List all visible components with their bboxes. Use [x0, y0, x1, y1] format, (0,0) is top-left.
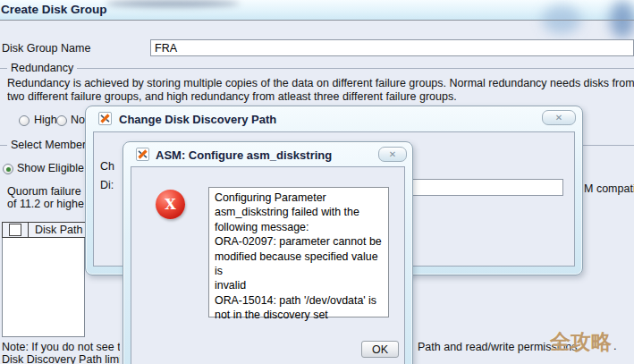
disk-group-name-label: Disk Group Name [2, 42, 90, 55]
radio-normal-label: No [71, 114, 85, 126]
window-title: Create Disk Group [1, 3, 107, 16]
note-period: . [613, 340, 617, 352]
select-all-header-cell[interactable] [2, 222, 29, 238]
radio-show-eligible-label: Show Eligible [17, 162, 84, 174]
redundancy-group: Redundancy [0, 68, 634, 69]
select-all-checkbox[interactable] [9, 224, 21, 236]
disk-group-name-input[interactable] [150, 39, 634, 56]
radio-high[interactable] [19, 115, 30, 126]
radio-show-eligible[interactable] [3, 164, 13, 174]
watermark: 全攻略 . [550, 332, 617, 352]
note-line2: Disk Discovery Path limi [2, 353, 120, 364]
dialog-title: Change Disk Discovery Path [119, 113, 276, 126]
dialog-content-panel: X Configuring Parameter asm_diskstring f… [131, 166, 405, 364]
select-member-legend: Select Member [7, 139, 89, 151]
disk-discovery-path-label-fragment: Di: [100, 179, 114, 191]
quorum-text-line1: Quorum failure [7, 185, 84, 198]
note-line1-left: Note: If you do not see t [2, 341, 120, 353]
disk-table-body[interactable] [2, 238, 85, 337]
title-separator [0, 20, 634, 21]
radio-high-label: High [34, 114, 57, 126]
discovery-label-fragment1: Ch [100, 160, 114, 173]
oracle-app-icon [136, 148, 149, 161]
redundancy-legend: Redundancy [7, 62, 77, 74]
dialog-title: ASM: Configure asm_diskstring [156, 148, 332, 162]
asm-configure-diskstring-dialog: ASM: Configure asm_diskstring ✕ X Config… [123, 141, 413, 364]
asm-compatibility-fragment: M compati [584, 182, 634, 195]
watermark-text: 全攻略 [550, 332, 612, 352]
redundancy-description-line1: Redundancy is achieved by storing multip… [7, 77, 634, 89]
disk-path-header-label: Disk Path [35, 224, 83, 236]
ok-button[interactable]: OK [361, 341, 399, 358]
error-icon: X [156, 190, 185, 219]
redundancy-description-line2: two different failure groups, and high r… [7, 90, 634, 103]
error-message: Configuring Parameter asm_diskstring fai… [208, 187, 389, 317]
disk-discovery-path-input[interactable] [412, 179, 563, 196]
quorum-text-line2: of 11.2 or highe [7, 198, 84, 210]
close-icon[interactable]: ✕ [542, 110, 576, 125]
oracle-app-icon [98, 112, 112, 125]
close-icon[interactable]: ✕ [378, 147, 407, 162]
radio-normal[interactable] [56, 115, 67, 126]
